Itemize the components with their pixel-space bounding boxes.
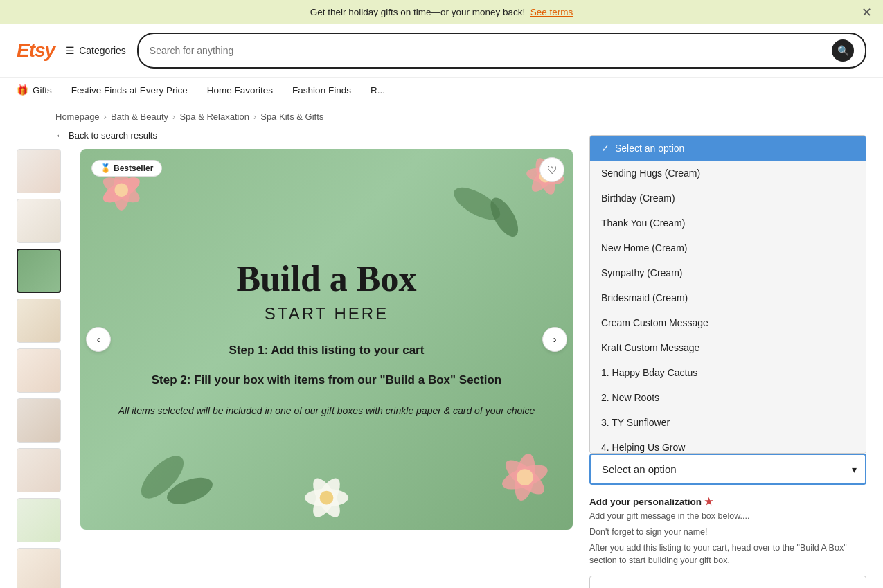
personalization-label: Add your personalization ★: [589, 496, 866, 507]
ty-sunflower-label: 3. TY Sunflower: [601, 417, 670, 428]
dropdown-option-happy-bday-cactus[interactable]: 1. Happy Bday Cactus: [590, 360, 866, 385]
categories-label: Categories: [79, 45, 126, 56]
product-step1: Step 1: Add this listing to your cart: [118, 340, 535, 362]
dropdown-option-kraft-custom[interactable]: Kraft Custom Message: [590, 335, 866, 360]
breadcrumb: Homepage › Bath & Beauty › Spa & Relaxat…: [0, 103, 883, 130]
categories-nav: ☰ Categories: [66, 45, 126, 56]
card-type-dropdown-open[interactable]: ✓ Select an option Sending Hugs (Cream) …: [589, 135, 866, 454]
banner-close-button[interactable]: ✕: [862, 5, 872, 20]
nav-festive[interactable]: Festive Finds at Every Price: [71, 85, 188, 96]
thumbnail-5[interactable]: [17, 398, 61, 443]
dropdown-option-helping-us-grow[interactable]: 4. Helping Us Grow: [590, 435, 866, 454]
svg-point-5: [499, 460, 551, 495]
svg-point-11: [449, 181, 505, 226]
dropdown-option-new-roots[interactable]: 2. New Roots: [590, 385, 866, 410]
sympathy-label: Sympathy (Cream): [601, 267, 682, 278]
product-step2: Step 2: Fill your box with items from ou…: [118, 370, 535, 391]
nav-fashion[interactable]: Fashion Finds: [292, 85, 351, 96]
promo-banner: Get their holiday gifts on time—or your …: [0, 0, 883, 24]
dropdown-option-select[interactable]: ✓ Select an option: [590, 136, 866, 161]
nav-more-label: R...: [371, 85, 385, 96]
main-image-area: Build a Box START HERE Step 1: Add this …: [80, 149, 573, 588]
dropdown-option-sending-hugs[interactable]: Sending Hugs (Cream): [590, 161, 866, 186]
etsy-logo[interactable]: Etsy: [17, 39, 55, 62]
main-content: Build a Box START HERE Step 1: Add this …: [0, 149, 883, 588]
breadcrumb-bath-beauty[interactable]: Bath & Beauty: [111, 112, 168, 122]
personalization-textarea[interactable]: [589, 576, 866, 588]
dropdown-option-cream-custom[interactable]: Cream Custom Message: [590, 310, 866, 335]
dropdown-option-thank-you[interactable]: Thank You (Cream): [590, 211, 866, 235]
search-button[interactable]: 🔍: [832, 39, 854, 62]
favorite-button[interactable]: ♡: [539, 157, 564, 182]
thumbnail-7[interactable]: [17, 498, 61, 542]
medal-icon: 🏅: [100, 163, 111, 173]
svg-point-19: [308, 474, 346, 522]
dropdown-option-sympathy[interactable]: Sympathy (Cream): [590, 260, 866, 285]
nav-home[interactable]: Home Favorites: [207, 85, 273, 96]
search-icon: 🔍: [837, 45, 849, 56]
nav-festive-label: Festive Finds at Every Price: [71, 85, 188, 96]
nav-gifts[interactable]: 🎁 Gifts: [17, 84, 52, 96]
nav-home-label: Home Favorites: [207, 85, 273, 96]
new-home-label: New Home (Cream): [601, 242, 687, 253]
right-panel: ✓ Select an option Sending Hugs (Cream) …: [589, 149, 866, 588]
nav-gifts-label: Gifts: [33, 85, 52, 96]
heart-icon: ♡: [547, 163, 557, 177]
bestseller-label: Bestseller: [114, 163, 153, 173]
thumbnail-3[interactable]: [17, 299, 61, 343]
svg-point-1: [100, 172, 143, 207]
bestseller-badge: 🏅 Bestseller: [91, 160, 162, 177]
card-type-dropdown-container: ✓ Select an option Sending Hugs (Cream) …: [589, 454, 866, 485]
product-note: All items selected will be included in o…: [118, 402, 535, 420]
thumbnail-4[interactable]: [17, 348, 61, 393]
checkmark-icon: ✓: [601, 143, 609, 154]
svg-point-0: [100, 172, 143, 207]
new-roots-label: 2. New Roots: [601, 392, 659, 403]
product-image-content: Build a Box START HERE Step 1: Add this …: [91, 231, 563, 447]
banner-text: Get their holiday gifts on time—or your …: [310, 7, 526, 17]
search-input[interactable]: [150, 45, 826, 56]
dropdown-option-ty-sunflower[interactable]: 3. TY Sunflower: [590, 410, 866, 435]
thumbnail-2[interactable]: [17, 249, 61, 293]
thumbnail-1[interactable]: [17, 199, 61, 243]
breadcrumb-sep-3: ›: [253, 112, 256, 122]
banner-link[interactable]: See terms: [530, 7, 573, 17]
breadcrumb-sep-1: ›: [104, 112, 107, 122]
svg-point-18: [308, 474, 346, 522]
svg-point-10: [163, 472, 216, 509]
breadcrumb-spa-kits[interactable]: Spa Kits & Gifts: [260, 112, 323, 122]
card-type-select-wrapper: Select an option: [589, 454, 866, 485]
thumbnail-6[interactable]: [17, 448, 61, 492]
back-button[interactable]: ← Back to search results: [0, 130, 213, 149]
image-prev-button[interactable]: ‹: [86, 327, 111, 352]
sending-hugs-label: Sending Hugs (Cream): [601, 168, 700, 179]
thumbnail-0[interactable]: [17, 149, 61, 193]
cream-custom-label: Cream Custom Message: [601, 317, 708, 328]
thumbnail-8[interactable]: [17, 548, 61, 588]
birthday-label: Birthday (Cream): [601, 193, 675, 204]
categories-button[interactable]: ☰ Categories: [66, 45, 126, 56]
nav-more[interactable]: R...: [371, 85, 385, 96]
dropdown-option-bridesmaid[interactable]: Bridesmaid (Cream): [590, 285, 866, 310]
breadcrumb-homepage[interactable]: Homepage: [55, 112, 100, 122]
dropdown-option-birthday[interactable]: Birthday (Cream): [590, 186, 866, 211]
svg-point-20: [320, 491, 334, 505]
image-next-button[interactable]: ›: [542, 327, 567, 352]
product-title-line1: Build a Box: [118, 259, 535, 299]
chevron-left-icon: ‹: [97, 334, 100, 345]
dropdown-option-new-home[interactable]: New Home (Cream): [590, 235, 866, 260]
svg-point-3: [100, 172, 143, 207]
breadcrumb-spa-relaxation[interactable]: Spa & Relaxation: [179, 112, 249, 122]
card-type-select[interactable]: Select an option: [589, 454, 866, 485]
svg-point-6: [501, 454, 550, 500]
personalization-hint2: Don't forget to sign your name!: [589, 526, 866, 539]
svg-point-7: [511, 452, 538, 503]
svg-point-4: [114, 183, 128, 197]
back-arrow-icon: ←: [55, 130, 64, 141]
svg-point-9: [134, 449, 190, 506]
required-star: ★: [704, 497, 713, 507]
dropdown-option-select-label: Select an option: [615, 143, 684, 154]
search-bar: 🔍: [137, 33, 866, 69]
chevron-right-icon: ›: [553, 334, 557, 345]
product-title-line2: START HERE: [118, 304, 535, 323]
